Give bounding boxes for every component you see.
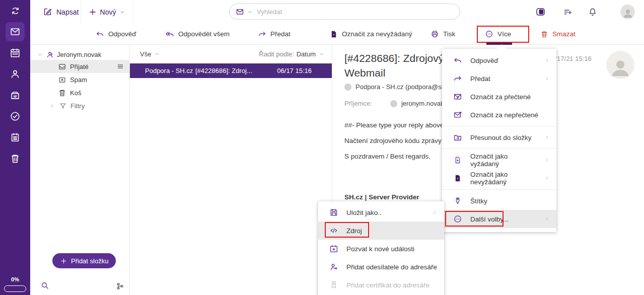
folder-tree-view-button[interactable] [116, 281, 124, 290]
folder-spam[interactable]: Spam [30, 73, 129, 86]
add-folder-button[interactable]: Přidat složku [52, 253, 116, 268]
rail-item-trash[interactable] [0, 148, 30, 169]
submenu-item-add-sender[interactable]: Přidat odesílatele do adresáře [318, 258, 444, 276]
folder-label: Přijaté [70, 63, 89, 70]
mark-junk-button[interactable]: Označit za nevyžádaný [330, 24, 412, 44]
new-dropdown-button[interactable]: Nový [81, 0, 133, 24]
rail-item-notes[interactable] [0, 127, 30, 148]
menu-item-mark-unread[interactable]: Označit za nepřečtené [442, 106, 556, 124]
sort-label: Řadit podle: [259, 50, 294, 58]
folder-panel: Jeronym.novak Přijaté Spam Koš Filtry Př… [30, 44, 130, 295]
bell-icon [588, 7, 598, 17]
menu-item-mark-junk[interactable]: Označit jako nevyžádaný [442, 169, 556, 187]
submenu-item-invite-event[interactable]: Pozvat k nové události [318, 240, 444, 258]
forward-label: Předat [270, 30, 291, 38]
print-icon [431, 30, 439, 38]
compose-icon [43, 7, 52, 17]
subject-line-1: [#4228686]: Zdrojový k [344, 51, 452, 65]
more-options-submenu: Uložit jako.. Zdroj Pozvat k nové událos… [318, 201, 444, 295]
chevron-down-icon[interactable] [247, 9, 253, 15]
menu-item-mark-not-junk[interactable]: Označit jako vyžádaný [442, 151, 556, 169]
menu-separator [442, 189, 556, 190]
contacts-icon [10, 68, 21, 80]
folder-label: Filtry [70, 102, 85, 110]
body-line: ##- Please type your reply above t [344, 117, 448, 133]
rail-item-tasks[interactable] [0, 106, 30, 127]
menu-item-labels[interactable]: Štítky [442, 192, 556, 210]
menu-item-mark-read[interactable]: Označit za přečtené [442, 88, 556, 106]
chevron-down-icon [318, 51, 325, 57]
notifications-button[interactable] [588, 0, 598, 24]
menu-item-reply[interactable]: Odpověď [442, 51, 556, 69]
folder-label: Koš [70, 89, 81, 97]
inbox-icon [58, 62, 66, 71]
tasks-icon [10, 111, 21, 122]
chevron-down-icon[interactable] [37, 51, 43, 58]
envelope-check-icon [453, 92, 462, 101]
sort-dropdown[interactable]: Datum [297, 50, 325, 58]
delete-button[interactable]: Smazat [540, 24, 576, 44]
submenu-item-source[interactable]: Zdroj [318, 222, 444, 240]
folder-inbox[interactable]: Přijaté [30, 60, 129, 73]
menu-item-forward[interactable]: Předat [442, 69, 556, 88]
user-avatar[interactable] [620, 0, 635, 24]
reply-icon [453, 56, 462, 65]
envelope-dot-icon [453, 110, 462, 119]
chevron-right-icon[interactable] [49, 103, 55, 109]
body-line: Načtení zdrojového kódu zprávy - [344, 133, 448, 149]
trash-icon [58, 89, 66, 97]
more-icon [485, 30, 493, 38]
chevron-right-icon [543, 175, 550, 182]
menu-item-move-to-folder[interactable]: Přesunout do složky [442, 128, 556, 146]
sort-value: Datum [297, 50, 316, 58]
rail-item-documents[interactable] [0, 85, 30, 106]
forward-icon [453, 74, 462, 83]
folder-search-button[interactable] [40, 280, 49, 290]
refresh-button[interactable] [0, 0, 30, 21]
chevron-right-icon [543, 157, 550, 164]
forward-button[interactable]: Předat [258, 24, 291, 44]
delete-trash-icon [540, 30, 548, 38]
calendar-plus-icon [329, 244, 338, 253]
submenu-item-save-as[interactable]: Uložit jako.. [318, 203, 444, 222]
reply-all-icon [165, 30, 174, 39]
more-button[interactable]: Více [485, 24, 511, 44]
chevron-down-icon [154, 51, 160, 57]
folder-menu-icon[interactable] [116, 62, 124, 70]
reply-button[interactable]: Odpověď [96, 24, 136, 44]
folder-trash[interactable]: Koš [30, 86, 129, 99]
submenu-item-add-certificate: Přidat certifikát do adresáře [318, 276, 444, 294]
from-row[interactable]: Podpora - SH.cz (podpora@sh [344, 83, 445, 91]
compose-button[interactable]: Napsat [43, 0, 79, 24]
sender-avatar [606, 51, 634, 79]
avatar-person-icon [609, 56, 632, 79]
menu-item-label: Odpověď [470, 57, 498, 64]
rail-item-contacts[interactable] [0, 63, 30, 85]
account-node[interactable]: Jeronym.novak [30, 49, 129, 60]
recipient-label: Příjemce: [344, 100, 372, 107]
junk-doc-icon [330, 30, 338, 38]
menu-item-label: Přidat odesílatele do adresáře [346, 263, 437, 271]
filter-add-button[interactable] [563, 0, 573, 24]
menu-separator [442, 126, 556, 126]
folder-filters[interactable]: Filtry [30, 99, 129, 112]
rail-item-mail[interactable] [0, 21, 30, 42]
recipient-row[interactable]: Příjemce: jeronym.novak@ [344, 100, 451, 107]
message-subject: [#4228686]: Zdroj... [195, 67, 273, 75]
reply-all-button[interactable]: Odpovědět všem [165, 24, 230, 44]
print-button[interactable]: Tisk [431, 24, 455, 44]
save-icon [329, 208, 338, 217]
spam-box-icon [58, 76, 66, 84]
search-bar[interactable] [229, 4, 460, 20]
notes-icon [10, 132, 21, 143]
theme-toggle-button[interactable] [535, 0, 546, 24]
menu-item-label: Předat [470, 75, 490, 83]
menu-separator [442, 149, 556, 149]
trash-icon [10, 153, 21, 164]
rail-item-calendar[interactable] [0, 42, 30, 63]
message-row-selected[interactable]: Podpora - SH.cz [#4228686]: Zdroj... 06/… [130, 63, 332, 78]
message-body: ##- Please type your reply above t Načte… [344, 117, 448, 164]
search-input[interactable] [256, 8, 454, 16]
list-filter-dropdown[interactable]: Vše [140, 50, 160, 58]
menu-item-more-options[interactable]: Další volby... [442, 210, 556, 228]
